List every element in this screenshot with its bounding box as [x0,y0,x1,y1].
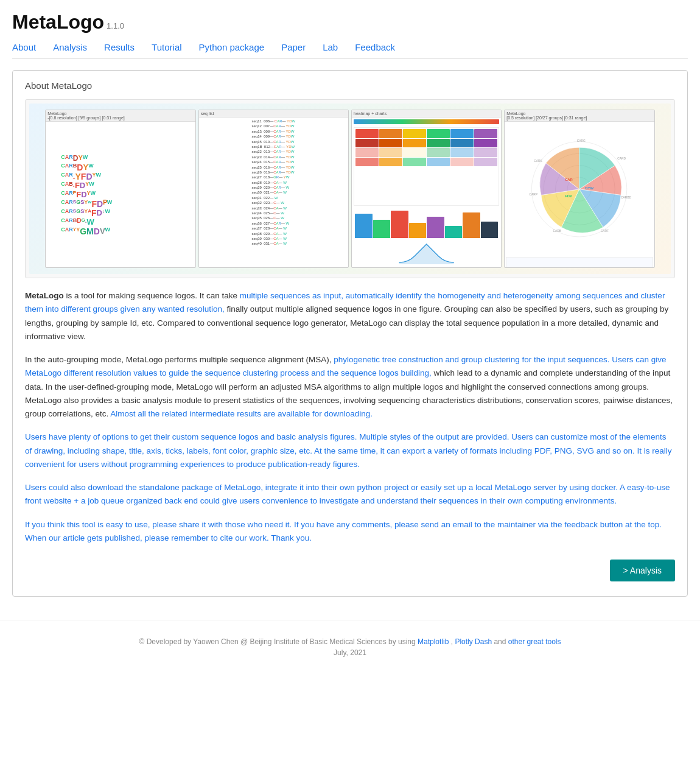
hero-image-area: MetaLogo-[0.8 resolution] [9/9 groups] [… [25,99,675,278]
svg-text:FDP: FDP [565,194,573,198]
paragraph-3: Users have plenty of options to get thei… [25,430,675,471]
hero-image: MetaLogo-[0.8 resolution] [9/9 groups] [… [29,104,671,274]
svg-text:CARP: CARP [530,192,538,195]
analysis-button[interactable]: > Analysis [610,560,675,581]
nav-about[interactable]: About [12,42,36,52]
main-nav: About Analysis Results Tutorial Python p… [12,42,688,59]
footer-date: July, 2021 [12,648,688,657]
logo-panel-4: MetaLogo[0.5 resolution] [20/27 groups] … [504,110,654,268]
footer-credit: © Developed by Yaowen Chen @ Beijing Ins… [139,637,418,646]
footer-matplotlib-link[interactable]: Matplotlib [418,637,449,646]
nav-results[interactable]: Results [104,42,135,52]
about-card-title: About MetaLogo [25,80,675,91]
svg-text:CARB: CARB [553,230,562,233]
site-title-area: MetaLogo 1.1.0 [12,11,688,33]
header: MetaLogo 1.1.0 About Analysis Results Tu… [0,0,700,59]
nav-python-package[interactable]: Python package [199,42,265,52]
paragraph-2: In the auto-grouping mode, MetaLogo perf… [25,353,675,421]
footer-tools-link[interactable]: other great tools [508,637,561,646]
nav-tutorial[interactable]: Tutorial [152,42,181,52]
logo-panel-1: MetaLogo-[0.8 resolution] [9/9 groups] [… [45,110,195,268]
about-card: About MetaLogo MetaLogo-[0.8 resolution]… [12,70,688,597]
svg-text:CARD: CARD [618,157,626,160]
svg-text:CARS: CARS [534,160,543,163]
svg-text:DYW: DYW [586,186,594,190]
paragraph-4-text: Users could also download the standalone… [25,483,670,505]
paragraph-5-text: If you think this tool is easy to use, p… [25,520,662,542]
site-title: MetaLogo [12,11,104,33]
nav-feedback[interactable]: Feedback [355,42,395,52]
site-version: 1.1.0 [107,21,124,30]
footer-and: and [494,637,508,646]
paragraph-3-text: Users have plenty of options to get thei… [25,432,672,469]
paragraph-2-text: In the auto-grouping mode, MetaLogo perf… [25,355,673,418]
paragraph-5: If you think this tool is easy to use, p… [25,518,675,546]
logo-panel-3: heatmap + charts [351,110,502,268]
footer-text: © Developed by Yaowen Chen @ Beijing Ins… [12,637,688,646]
svg-text:CAR: CAR [565,178,573,181]
paragraph-1-text: is a tool for making sequence logos. It … [25,291,668,341]
nav-analysis[interactable]: Analysis [53,42,87,52]
svg-text:CARF: CARF [601,230,609,233]
logo-panel-2: seq list seq11 006— CAR— YDW seq12 007—C… [198,110,349,268]
paragraph-4: Users could also download the standalone… [25,481,675,508]
metalogo-bold: MetaLogo [25,291,64,300]
svg-text:CARG: CARG [577,139,586,142]
paragraph-1: MetaLogo is a tool for making sequence l… [25,289,675,343]
footer: © Developed by Yaowen Chen @ Beijing Ins… [0,620,700,669]
nav-lab[interactable]: Lab [323,42,338,52]
svg-text:CARBD: CARBD [621,196,632,199]
main-content: About MetaLogo MetaLogo-[0.8 resolution]… [0,59,700,608]
analysis-btn-row: > Analysis [25,560,675,581]
nav-paper[interactable]: Paper [281,42,306,52]
footer-plotly-link[interactable]: Plotly Dash [455,637,492,646]
